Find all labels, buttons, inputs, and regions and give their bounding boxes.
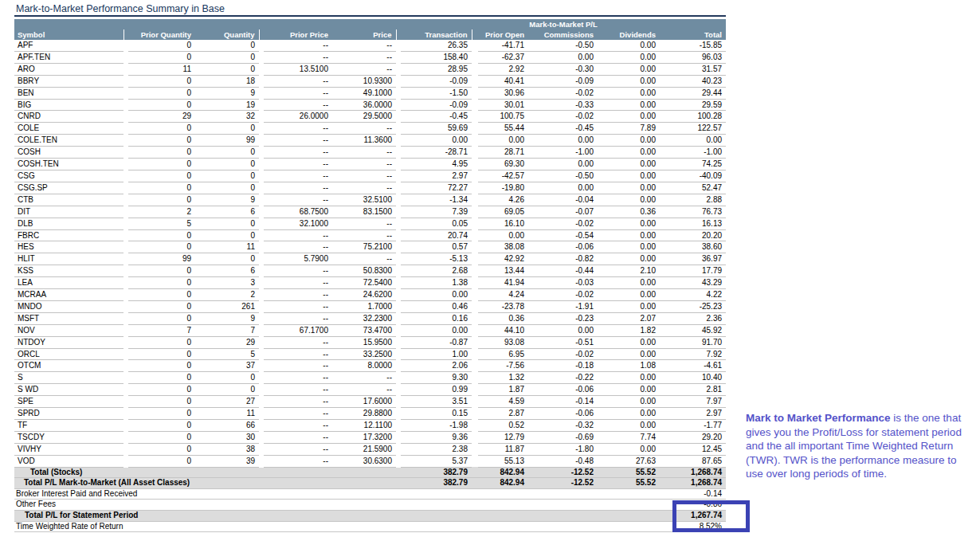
value-cell: 0.00 xyxy=(598,159,660,170)
value-cell: -0.04 xyxy=(528,194,598,206)
value-cell: 0.00 xyxy=(598,396,660,408)
value-cell: 76.73 xyxy=(660,206,726,218)
symbol-cell: NOV xyxy=(14,324,123,336)
value-cell: 2.07 xyxy=(598,312,660,324)
value-cell: -1.34 xyxy=(401,194,472,206)
spacer-cell xyxy=(472,87,478,99)
value-cell: -- xyxy=(264,182,332,194)
footer-value: 382.79 xyxy=(401,478,472,489)
value-cell: -- xyxy=(332,123,396,135)
value-cell: -0.02 xyxy=(528,111,598,123)
table-row: KSS06--50.83002.6813.44-0.442.1017.79 xyxy=(14,265,726,277)
value-cell: -- xyxy=(264,170,332,182)
symbol-cell: SPE xyxy=(14,396,123,408)
symbol-cell: MNDO xyxy=(14,300,123,312)
value-cell: -0.07 xyxy=(528,206,598,218)
table-row: OTCM037--8.00002.06-7.56-0.181.08-4.61 xyxy=(14,360,726,372)
value-cell: -19.80 xyxy=(478,182,528,194)
value-cell: 72.5400 xyxy=(332,277,396,289)
table-header: Mark-to-Market P/LSymbolPrior QuantityQu… xyxy=(14,19,726,40)
spacer-cell xyxy=(472,324,478,336)
value-cell: 18 xyxy=(195,75,259,87)
value-cell: 12.79 xyxy=(478,431,528,443)
table-row: APF.TEN00----158.40-62.370.000.0096.03 xyxy=(14,51,726,63)
group-header: Mark-to-Market P/L xyxy=(401,19,726,29)
spacer-cell xyxy=(472,521,478,532)
value-cell: 2.87 xyxy=(478,408,528,420)
value-cell: -62.37 xyxy=(478,51,528,63)
value-cell: 0 xyxy=(128,182,195,194)
value-cell: -- xyxy=(264,75,332,87)
value-cell: -0.09 xyxy=(401,75,472,87)
table-row: VIVHY038--21.59002.3811.87-1.800.0012.45 xyxy=(14,443,726,455)
value-cell: -0.51 xyxy=(528,336,598,348)
column-header: Prior Open xyxy=(478,29,528,40)
value-cell: 21.5900 xyxy=(332,443,396,455)
footer-row: Other Fees-0.86 xyxy=(14,500,726,511)
value-cell: -- xyxy=(264,159,332,170)
value-cell: 0.00 xyxy=(598,87,660,99)
value-cell: 19 xyxy=(195,99,259,111)
footer-value xyxy=(401,521,472,532)
annotation-note: Mark to Market Performance is the one th… xyxy=(746,411,972,481)
value-cell: 0.00 xyxy=(598,135,660,147)
value-cell: 1.32 xyxy=(478,372,528,384)
value-cell: 0.00 xyxy=(598,348,660,360)
table-row: TSCDY030--17.32009.3612.79-0.697.7429.20 xyxy=(14,431,726,443)
symbol-cell: HES xyxy=(14,241,123,253)
value-cell: 72.27 xyxy=(401,182,472,194)
value-cell: -- xyxy=(264,336,332,348)
value-cell: -- xyxy=(332,170,396,182)
footer-value xyxy=(478,511,528,522)
value-cell: 45.92 xyxy=(660,324,726,336)
column-header: Total xyxy=(660,29,726,40)
value-cell: -0.23 xyxy=(528,312,598,324)
value-cell: 0.00 xyxy=(598,75,660,87)
value-cell: -- xyxy=(264,396,332,408)
table-row: HLIT9905.7900---5.1342.92-0.820.0036.97 xyxy=(14,253,726,265)
value-cell: 0 xyxy=(195,218,259,229)
spacer-cell xyxy=(472,99,478,111)
page-title: Mark-to-Market Performance Summary in Ba… xyxy=(16,3,225,14)
annotation-bold-text: Mark to Market Performance xyxy=(746,412,891,424)
value-cell: 7 xyxy=(195,324,259,336)
value-cell: 0 xyxy=(128,159,195,170)
value-cell: 0.00 xyxy=(598,229,660,241)
column-header: Prior Quantity xyxy=(128,29,195,40)
value-cell: -0.06 xyxy=(528,408,598,420)
value-cell: 32.2300 xyxy=(332,312,396,324)
table-row: NOV7767.170073.47000.0044.100.001.8245.9… xyxy=(14,324,726,336)
column-header: Prior Price xyxy=(264,29,332,40)
symbol-cell: BIG xyxy=(14,99,123,111)
value-cell: -- xyxy=(264,372,332,384)
value-cell: 0.00 xyxy=(598,51,660,63)
footer-value: 1,267.74 xyxy=(660,511,726,522)
value-cell: 30 xyxy=(195,431,259,443)
table-row: LEA03--72.54001.3841.94-0.030.0043.29 xyxy=(14,277,726,289)
value-cell: 33.2500 xyxy=(332,348,396,360)
value-cell: 0 xyxy=(128,75,195,87)
value-cell: 30.96 xyxy=(478,87,528,99)
value-cell: 42.92 xyxy=(478,253,528,265)
spacer-cell xyxy=(472,312,478,324)
table-row: S00----9.301.32-0.220.0010.40 xyxy=(14,372,726,384)
value-cell: 0.00 xyxy=(528,159,598,170)
value-cell: 0 xyxy=(128,372,195,384)
value-cell: -0.30 xyxy=(528,63,598,75)
value-cell: -0.82 xyxy=(528,253,598,265)
table-row: ARO11013.5100--28.952.92-0.300.0031.57 xyxy=(14,63,726,75)
symbol-cell: VOD xyxy=(14,455,123,467)
footer-label: Total P/L Mark-to-Market (All Asset Clas… xyxy=(14,478,401,489)
value-cell: -- xyxy=(332,40,396,51)
spacer-cell xyxy=(472,467,478,478)
footer-value xyxy=(478,521,528,532)
value-cell: -- xyxy=(264,229,332,241)
value-cell: 11 xyxy=(195,241,259,253)
value-cell: 0.00 xyxy=(598,147,660,159)
spacer-cell xyxy=(472,336,478,348)
value-cell: -0.22 xyxy=(528,372,598,384)
value-cell: 52.47 xyxy=(660,182,726,194)
value-cell: -- xyxy=(264,123,332,135)
value-cell: 7.74 xyxy=(598,431,660,443)
value-cell: 0.00 xyxy=(598,241,660,253)
